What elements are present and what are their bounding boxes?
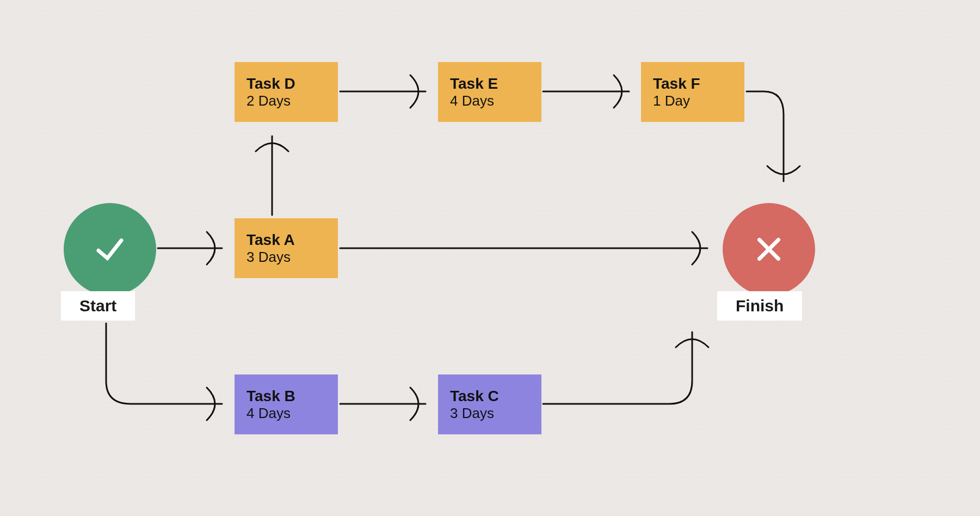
task-b: Task B 4 Days [235, 374, 338, 434]
task-d-title: Task D [246, 75, 338, 93]
task-c-duration: 3 Days [450, 405, 541, 422]
edge-c-finish [543, 332, 692, 404]
task-a: Task A 3 Days [235, 218, 338, 278]
task-e-duration: 4 Days [450, 93, 541, 109]
task-f-title: Task F [653, 75, 744, 93]
task-d-duration: 2 Days [246, 93, 338, 109]
task-c-title: Task C [450, 387, 541, 406]
edge-f-finish [747, 91, 784, 181]
task-f: Task F 1 Day [641, 62, 744, 122]
start-node [64, 203, 156, 296]
task-e-title: Task E [450, 75, 541, 93]
edge-start-b [106, 323, 222, 404]
task-d: Task D 2 Days [235, 62, 338, 122]
cross-icon [750, 230, 788, 268]
task-e: Task E 4 Days [438, 62, 541, 122]
check-icon [91, 230, 129, 268]
task-b-duration: 4 Days [246, 405, 338, 422]
task-c: Task C 3 Days [438, 374, 541, 434]
task-f-duration: 1 Day [653, 93, 744, 109]
start-label-text: Start [79, 297, 116, 315]
task-b-title: Task B [246, 387, 338, 406]
task-a-title: Task A [246, 231, 338, 249]
start-label: Start [61, 291, 135, 321]
task-a-duration: 3 Days [246, 249, 338, 266]
finish-label: Finish [717, 291, 802, 321]
finish-label-text: Finish [736, 297, 784, 315]
finish-node [723, 203, 815, 296]
